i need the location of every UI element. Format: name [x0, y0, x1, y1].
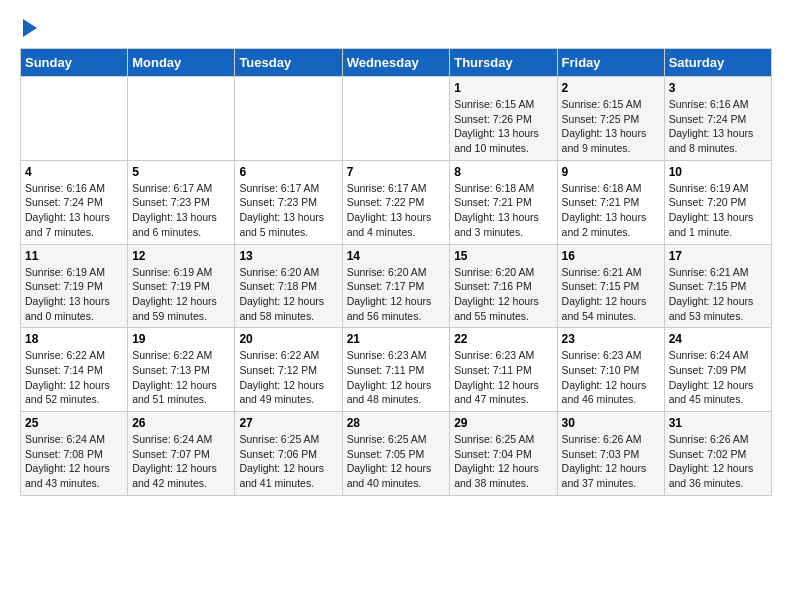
day-info: Sunrise: 6:24 AMSunset: 7:08 PMDaylight:…	[25, 432, 123, 491]
day-info: Sunrise: 6:19 AMSunset: 7:19 PMDaylight:…	[132, 265, 230, 324]
day-number: 18	[25, 332, 123, 346]
day-info: Sunrise: 6:26 AMSunset: 7:02 PMDaylight:…	[669, 432, 767, 491]
day-cell: 21Sunrise: 6:23 AMSunset: 7:11 PMDayligh…	[342, 328, 450, 412]
day-info: Sunrise: 6:18 AMSunset: 7:21 PMDaylight:…	[562, 181, 660, 240]
day-number: 13	[239, 249, 337, 263]
day-number: 10	[669, 165, 767, 179]
day-cell: 9Sunrise: 6:18 AMSunset: 7:21 PMDaylight…	[557, 160, 664, 244]
day-info: Sunrise: 6:23 AMSunset: 7:10 PMDaylight:…	[562, 348, 660, 407]
week-row-3: 11Sunrise: 6:19 AMSunset: 7:19 PMDayligh…	[21, 244, 772, 328]
day-number: 17	[669, 249, 767, 263]
day-cell: 8Sunrise: 6:18 AMSunset: 7:21 PMDaylight…	[450, 160, 557, 244]
day-cell: 18Sunrise: 6:22 AMSunset: 7:14 PMDayligh…	[21, 328, 128, 412]
day-number: 31	[669, 416, 767, 430]
day-info: Sunrise: 6:22 AMSunset: 7:12 PMDaylight:…	[239, 348, 337, 407]
day-info: Sunrise: 6:23 AMSunset: 7:11 PMDaylight:…	[454, 348, 552, 407]
day-cell: 26Sunrise: 6:24 AMSunset: 7:07 PMDayligh…	[128, 412, 235, 496]
day-info: Sunrise: 6:22 AMSunset: 7:14 PMDaylight:…	[25, 348, 123, 407]
day-number: 12	[132, 249, 230, 263]
day-info: Sunrise: 6:20 AMSunset: 7:17 PMDaylight:…	[347, 265, 446, 324]
day-info: Sunrise: 6:23 AMSunset: 7:11 PMDaylight:…	[347, 348, 446, 407]
day-cell: 17Sunrise: 6:21 AMSunset: 7:15 PMDayligh…	[664, 244, 771, 328]
day-number: 15	[454, 249, 552, 263]
day-number: 3	[669, 81, 767, 95]
day-cell: 6Sunrise: 6:17 AMSunset: 7:23 PMDaylight…	[235, 160, 342, 244]
day-number: 9	[562, 165, 660, 179]
page-header	[20, 20, 772, 38]
day-number: 27	[239, 416, 337, 430]
week-row-1: 1Sunrise: 6:15 AMSunset: 7:26 PMDaylight…	[21, 77, 772, 161]
day-info: Sunrise: 6:24 AMSunset: 7:09 PMDaylight:…	[669, 348, 767, 407]
day-info: Sunrise: 6:16 AMSunset: 7:24 PMDaylight:…	[669, 97, 767, 156]
day-number: 4	[25, 165, 123, 179]
day-number: 24	[669, 332, 767, 346]
day-cell: 11Sunrise: 6:19 AMSunset: 7:19 PMDayligh…	[21, 244, 128, 328]
day-number: 30	[562, 416, 660, 430]
day-number: 1	[454, 81, 552, 95]
day-info: Sunrise: 6:19 AMSunset: 7:19 PMDaylight:…	[25, 265, 123, 324]
day-info: Sunrise: 6:22 AMSunset: 7:13 PMDaylight:…	[132, 348, 230, 407]
day-info: Sunrise: 6:20 AMSunset: 7:18 PMDaylight:…	[239, 265, 337, 324]
day-cell: 20Sunrise: 6:22 AMSunset: 7:12 PMDayligh…	[235, 328, 342, 412]
day-cell: 15Sunrise: 6:20 AMSunset: 7:16 PMDayligh…	[450, 244, 557, 328]
col-header-thursday: Thursday	[450, 49, 557, 77]
day-number: 25	[25, 416, 123, 430]
day-number: 22	[454, 332, 552, 346]
day-info: Sunrise: 6:17 AMSunset: 7:22 PMDaylight:…	[347, 181, 446, 240]
day-info: Sunrise: 6:25 AMSunset: 7:06 PMDaylight:…	[239, 432, 337, 491]
day-number: 26	[132, 416, 230, 430]
day-info: Sunrise: 6:25 AMSunset: 7:04 PMDaylight:…	[454, 432, 552, 491]
day-number: 8	[454, 165, 552, 179]
logo-arrow-icon	[23, 19, 37, 37]
day-number: 2	[562, 81, 660, 95]
day-number: 23	[562, 332, 660, 346]
day-cell	[128, 77, 235, 161]
day-number: 28	[347, 416, 446, 430]
col-header-friday: Friday	[557, 49, 664, 77]
day-cell: 30Sunrise: 6:26 AMSunset: 7:03 PMDayligh…	[557, 412, 664, 496]
day-cell: 4Sunrise: 6:16 AMSunset: 7:24 PMDaylight…	[21, 160, 128, 244]
logo	[20, 20, 37, 38]
day-number: 5	[132, 165, 230, 179]
day-cell: 23Sunrise: 6:23 AMSunset: 7:10 PMDayligh…	[557, 328, 664, 412]
day-info: Sunrise: 6:16 AMSunset: 7:24 PMDaylight:…	[25, 181, 123, 240]
day-cell: 16Sunrise: 6:21 AMSunset: 7:15 PMDayligh…	[557, 244, 664, 328]
col-header-saturday: Saturday	[664, 49, 771, 77]
calendar-table: SundayMondayTuesdayWednesdayThursdayFrid…	[20, 48, 772, 496]
day-cell	[235, 77, 342, 161]
day-cell: 2Sunrise: 6:15 AMSunset: 7:25 PMDaylight…	[557, 77, 664, 161]
day-cell: 31Sunrise: 6:26 AMSunset: 7:02 PMDayligh…	[664, 412, 771, 496]
week-row-4: 18Sunrise: 6:22 AMSunset: 7:14 PMDayligh…	[21, 328, 772, 412]
day-cell: 1Sunrise: 6:15 AMSunset: 7:26 PMDaylight…	[450, 77, 557, 161]
day-cell: 29Sunrise: 6:25 AMSunset: 7:04 PMDayligh…	[450, 412, 557, 496]
day-number: 21	[347, 332, 446, 346]
day-cell: 12Sunrise: 6:19 AMSunset: 7:19 PMDayligh…	[128, 244, 235, 328]
day-cell: 19Sunrise: 6:22 AMSunset: 7:13 PMDayligh…	[128, 328, 235, 412]
week-row-2: 4Sunrise: 6:16 AMSunset: 7:24 PMDaylight…	[21, 160, 772, 244]
day-info: Sunrise: 6:15 AMSunset: 7:25 PMDaylight:…	[562, 97, 660, 156]
day-cell: 5Sunrise: 6:17 AMSunset: 7:23 PMDaylight…	[128, 160, 235, 244]
day-number: 11	[25, 249, 123, 263]
day-cell: 7Sunrise: 6:17 AMSunset: 7:22 PMDaylight…	[342, 160, 450, 244]
day-number: 14	[347, 249, 446, 263]
day-number: 19	[132, 332, 230, 346]
day-cell: 13Sunrise: 6:20 AMSunset: 7:18 PMDayligh…	[235, 244, 342, 328]
day-info: Sunrise: 6:25 AMSunset: 7:05 PMDaylight:…	[347, 432, 446, 491]
day-number: 7	[347, 165, 446, 179]
day-cell: 22Sunrise: 6:23 AMSunset: 7:11 PMDayligh…	[450, 328, 557, 412]
day-cell: 27Sunrise: 6:25 AMSunset: 7:06 PMDayligh…	[235, 412, 342, 496]
col-header-tuesday: Tuesday	[235, 49, 342, 77]
day-info: Sunrise: 6:19 AMSunset: 7:20 PMDaylight:…	[669, 181, 767, 240]
col-header-monday: Monday	[128, 49, 235, 77]
header-row: SundayMondayTuesdayWednesdayThursdayFrid…	[21, 49, 772, 77]
col-header-wednesday: Wednesday	[342, 49, 450, 77]
day-info: Sunrise: 6:21 AMSunset: 7:15 PMDaylight:…	[562, 265, 660, 324]
day-number: 20	[239, 332, 337, 346]
day-cell: 14Sunrise: 6:20 AMSunset: 7:17 PMDayligh…	[342, 244, 450, 328]
col-header-sunday: Sunday	[21, 49, 128, 77]
day-cell: 24Sunrise: 6:24 AMSunset: 7:09 PMDayligh…	[664, 328, 771, 412]
day-info: Sunrise: 6:18 AMSunset: 7:21 PMDaylight:…	[454, 181, 552, 240]
day-number: 6	[239, 165, 337, 179]
day-info: Sunrise: 6:20 AMSunset: 7:16 PMDaylight:…	[454, 265, 552, 324]
day-info: Sunrise: 6:15 AMSunset: 7:26 PMDaylight:…	[454, 97, 552, 156]
